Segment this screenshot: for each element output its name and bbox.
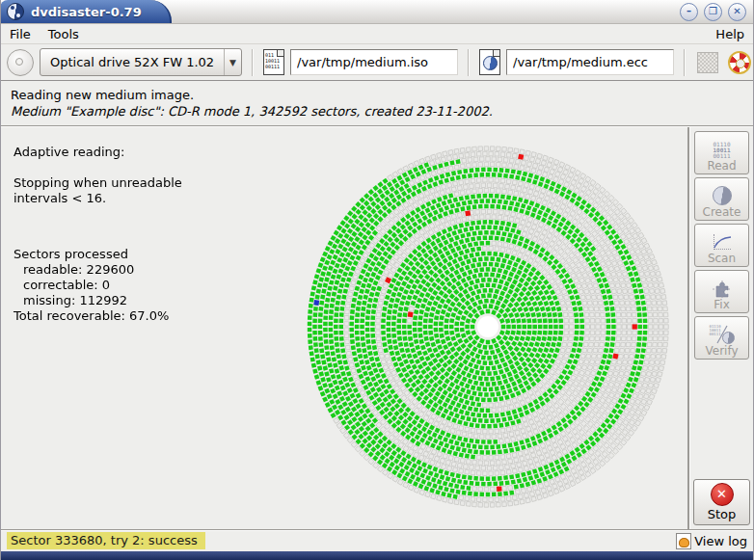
status-line2: Medium "Example disc": CD-R mode 1, 3425… <box>11 104 753 119</box>
help-lifebuoy-icon[interactable] <box>728 51 751 74</box>
sectors-missing: missing: 112992 <box>13 293 182 308</box>
read-button[interactable]: 01110 10011 00111 Read <box>694 131 749 174</box>
ecc-file-icon <box>479 49 500 75</box>
menu-file[interactable]: File <box>1 26 40 42</box>
sectors-readable: readable: 229600 <box>13 262 182 278</box>
total-recoverable: Total recoverable: 67.0% <box>13 308 182 324</box>
stopping-line1: Stopping when unreadable <box>13 175 182 191</box>
drive-selector[interactable]: Optical drive 52X FW 1.02 ▼ <box>40 48 242 76</box>
window-bottom-frame <box>0 551 754 560</box>
scan-label: Scan <box>708 252 736 265</box>
preferences-icon-disabled <box>697 52 718 73</box>
sidebar: 01110 10011 00111 Read Create Scan <box>690 127 753 529</box>
window-title: dvdisaster-0.79 <box>31 5 142 19</box>
close-button[interactable]: ✕ <box>728 3 746 21</box>
verify-label: Verify <box>705 344 738 358</box>
minimize-button[interactable]: – <box>680 3 698 21</box>
sectors-correctable: correctable: 0 <box>13 278 182 293</box>
stop-x-icon: ✕ <box>711 483 734 506</box>
fix-label: Fix <box>714 298 729 311</box>
menu-tools[interactable]: Tools <box>40 26 88 42</box>
maximize-button[interactable]: ❐ <box>704 3 722 21</box>
stopping-line2: intervals < 16. <box>13 191 182 206</box>
reading-mode-label: Adaptive reading: <box>13 145 182 160</box>
stop-label: Stop <box>708 507 737 521</box>
optical-disc-icon <box>7 49 34 76</box>
verify-compare-icon: 011101001100111 <box>710 325 735 344</box>
menubar: File Tools Help <box>1 24 753 44</box>
scan-curve-icon <box>712 234 733 252</box>
info-panel: Adaptive reading: Stopping when unreadab… <box>13 145 182 324</box>
main-panel: Adaptive reading: Stopping when unreadab… <box>1 127 687 529</box>
content-area: Adaptive reading: Stopping when unreadab… <box>1 127 753 529</box>
create-yinyang-icon <box>713 186 732 205</box>
fix-puzzle-icon <box>713 280 732 298</box>
create-button[interactable]: Create <box>694 177 749 221</box>
read-binary-icon: 01110 10011 00111 <box>713 142 730 159</box>
app-window: dvdisaster-0.79 – ❐ ✕ File Tools Help Op… <box>0 0 754 560</box>
image-file-input[interactable] <box>290 49 458 75</box>
image-file-icon: 0111001100111 <box>263 49 284 75</box>
verify-button[interactable]: 011101001100111 Verify <box>694 316 749 360</box>
stop-button[interactable]: ✕ Stop <box>693 479 750 525</box>
view-log-label: View log <box>694 534 747 548</box>
window-left-frame <box>0 0 1 560</box>
status-header: Reading new medium image. Medium "Exampl… <box>1 82 753 126</box>
ecc-file-input[interactable] <box>506 49 674 75</box>
toolbar-separator <box>252 49 254 76</box>
view-log-button[interactable]: View log <box>676 533 747 549</box>
scan-button[interactable]: Scan <box>694 224 749 267</box>
fix-button[interactable]: Fix <box>694 270 749 313</box>
yinyang-glyph <box>483 56 498 70</box>
menu-help[interactable]: Help <box>707 26 753 42</box>
app-yinyang-icon <box>7 3 24 20</box>
sector-status-message: Sector 333680, try 2: success <box>7 532 205 549</box>
view-log-icon <box>676 533 691 549</box>
drive-selector-value: Optical drive 52X FW 1.02 <box>40 55 224 69</box>
sectors-title: Sectors processed <box>13 247 182 262</box>
create-label: Create <box>703 205 741 219</box>
statusbar: Sector 333680, try 2: success View log <box>1 529 753 551</box>
chevron-down-icon[interactable]: ▼ <box>224 49 241 75</box>
toolbar-separator <box>468 49 470 76</box>
titlebar-tab[interactable]: dvdisaster-0.79 <box>0 0 172 23</box>
toolbar-separator <box>684 49 686 76</box>
titlebar: dvdisaster-0.79 – ❐ ✕ <box>0 0 754 24</box>
toolbar: Optical drive 52X FW 1.02 ▼ 011100110011… <box>1 44 753 81</box>
read-label: Read <box>707 159 736 173</box>
status-line1: Reading new medium image. <box>11 88 753 102</box>
